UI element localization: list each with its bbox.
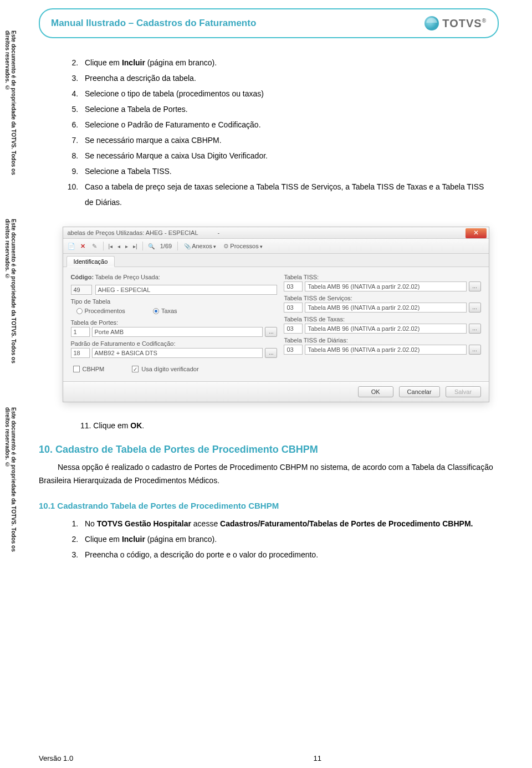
page-footer: Versão 1.0 11 bbox=[39, 754, 499, 762]
window-button-bar: OK Cancelar Salvar bbox=[63, 381, 489, 402]
diarias-code-field[interactable]: 03 bbox=[284, 345, 303, 355]
cbhpm-checkbox[interactable]: CBHPM bbox=[73, 366, 105, 372]
portes-code-field[interactable]: 1 bbox=[71, 327, 90, 337]
tab-identificacao[interactable]: Identificação bbox=[66, 256, 115, 267]
list-item: Se necessário marque a caixa CBHPM. bbox=[80, 132, 493, 148]
list-item: Selecione a Tabela de Portes. bbox=[80, 101, 493, 117]
steps-list-bottom: No TOTVS Gestão Hospitalar acesse Cadast… bbox=[58, 516, 493, 562]
side-copyright-3: Este documento é de propriedade da TOTVS… bbox=[4, 407, 17, 562]
cancel-button[interactable]: Cancelar bbox=[399, 386, 440, 397]
section-10-1-heading: 10.1 Cadastrando Tabela de Portes de Pro… bbox=[39, 501, 493, 510]
tiss-label: Tabela TISS: bbox=[284, 274, 480, 280]
radio-procedimentos[interactable]: Procedimentos bbox=[76, 308, 125, 314]
anexos-dropdown[interactable]: Anexos bbox=[181, 242, 219, 250]
list-item: Caso a tabela de preço seja de taxas sel… bbox=[80, 179, 493, 210]
taxas-lookup-button[interactable]: ... bbox=[469, 324, 481, 334]
edit-record-button[interactable] bbox=[90, 241, 100, 251]
list-item: Selecione o Padrão de Faturamento e Codi… bbox=[80, 117, 493, 132]
padrao-lookup-button[interactable]: ... bbox=[265, 348, 277, 358]
nav-next-icon[interactable]: ▸ bbox=[124, 243, 130, 249]
list-item: No TOTVS Gestão Hospitalar acesse Cadast… bbox=[80, 516, 493, 531]
new-record-button[interactable] bbox=[66, 241, 76, 251]
window-toolbar: |◂ ◂ ▸ ▸| 1/69 Anexos Processos bbox=[63, 239, 489, 254]
codigo-label: Código: bbox=[71, 274, 92, 280]
nav-first-icon[interactable]: |◂ bbox=[107, 243, 115, 249]
serv-code-field[interactable]: 03 bbox=[284, 303, 303, 313]
page-counter: 1/69 bbox=[158, 243, 174, 249]
close-button[interactable]: ✕ bbox=[466, 228, 487, 238]
page-number: 11 bbox=[314, 754, 321, 762]
form-body: Código: Tabela de Preço Usada: 49 AHEG -… bbox=[63, 267, 489, 381]
diarias-desc-field[interactable]: Tabela AMB 96 (INATIVA a partir 2.02.02) bbox=[305, 345, 466, 355]
totvs-logo: TOTVS® bbox=[424, 16, 487, 30]
taxas-label: Tabela TISS de Taxas: bbox=[284, 316, 480, 322]
side-copyright-1: Este documento é de propriedade da TOTVS… bbox=[4, 30, 17, 186]
page-header: Manual Ilustrado – Cadastros do Faturame… bbox=[39, 8, 499, 38]
screenshot-window: abelas de Preços Utilizadas: AHEG - ESPE… bbox=[63, 227, 489, 402]
padrao-label: Padrão de Faturamento e Codificação: bbox=[71, 340, 278, 347]
section-10-heading: 10. Cadastro de Tabela de Portes de Proc… bbox=[39, 444, 493, 455]
portes-lookup-button[interactable]: ... bbox=[265, 327, 277, 337]
tipo-tabela-label: Tipo de Tabela bbox=[71, 298, 278, 305]
tab-row: Identificação bbox=[63, 254, 489, 267]
search-icon[interactable] bbox=[146, 241, 156, 251]
logo-circle-icon bbox=[424, 16, 439, 30]
serv-lookup-button[interactable]: ... bbox=[469, 303, 481, 313]
taxas-code-field[interactable]: 03 bbox=[284, 324, 303, 334]
diarias-label: Tabela TISS de Diárias: bbox=[284, 337, 480, 344]
tiss-lookup-button[interactable]: ... bbox=[469, 281, 481, 291]
portes-desc-field[interactable]: Porte AMB bbox=[92, 327, 263, 337]
nav-prev-icon[interactable]: ◂ bbox=[116, 243, 122, 249]
side-copyright-2: Este documento é de propriedade da TOTVS… bbox=[4, 219, 17, 374]
radio-taxas[interactable]: Taxas bbox=[153, 308, 177, 314]
header-title: Manual Ilustrado – Cadastros do Faturame… bbox=[51, 18, 256, 29]
list-item: Preencha a descrição da tabela. bbox=[80, 70, 493, 86]
steps-list-top: Clique em Incluir (página em branco).Pre… bbox=[58, 55, 493, 210]
tabela-preco-field[interactable]: AHEG - ESPECIAL bbox=[95, 285, 278, 295]
list-item: Preencha o código, a descrição do porte … bbox=[80, 547, 493, 562]
list-item: Se necessário Marque a caixa Usa Digito … bbox=[80, 148, 493, 163]
delete-record-button[interactable] bbox=[78, 241, 88, 251]
window-title: abelas de Preços Utilizadas: AHEG - ESPE… bbox=[68, 229, 198, 236]
serv-desc-field[interactable]: Tabela AMB 96 (INATIVA a partir 2.02.02) bbox=[305, 303, 466, 313]
digito-checkbox[interactable]: ✓Usa dígito verificador bbox=[132, 366, 198, 372]
taxas-desc-field[interactable]: Tabela AMB 96 (INATIVA a partir 2.02.02) bbox=[305, 324, 466, 334]
window-titlebar: abelas de Preços Utilizadas: AHEG - ESPE… bbox=[63, 227, 489, 239]
nav-last-icon[interactable]: ▸| bbox=[131, 243, 139, 249]
list-item: Clique em Incluir (página em branco). bbox=[80, 531, 493, 547]
ok-button[interactable]: OK bbox=[358, 386, 393, 397]
tabela-preco-label: Tabela de Preço Usada: bbox=[95, 274, 278, 280]
list-item: Clique em Incluir (página em branco). bbox=[80, 55, 493, 70]
list-item: Selecione a Tabela TISS. bbox=[80, 163, 493, 179]
processos-dropdown[interactable]: Processos bbox=[221, 242, 265, 251]
tiss-desc-field[interactable]: Tabela AMB 96 (INATIVA a partir 2.02.02) bbox=[305, 281, 466, 291]
step-11: 11. Clique em OK. bbox=[80, 419, 493, 433]
tiss-code-field[interactable]: 03 bbox=[284, 281, 303, 291]
section-10-para: Nessa opção é realizado o cadastro de Po… bbox=[39, 461, 493, 488]
list-item: Selecione o tipo de tabela (procedimento… bbox=[80, 86, 493, 101]
serv-label: Tabela TISS de Serviços: bbox=[284, 295, 480, 301]
padrao-code-field[interactable]: 18 bbox=[71, 348, 90, 358]
portes-label: Tabela de Portes: bbox=[71, 319, 278, 326]
save-button: Salvar bbox=[446, 386, 481, 397]
codigo-field: 49 bbox=[71, 285, 92, 295]
logo-text: TOTVS® bbox=[442, 17, 487, 30]
version-text: Versão 1.0 bbox=[39, 754, 73, 762]
padrao-desc-field[interactable]: AMB92 + BASICA DTS bbox=[92, 348, 263, 358]
diarias-lookup-button[interactable]: ... bbox=[469, 345, 481, 355]
